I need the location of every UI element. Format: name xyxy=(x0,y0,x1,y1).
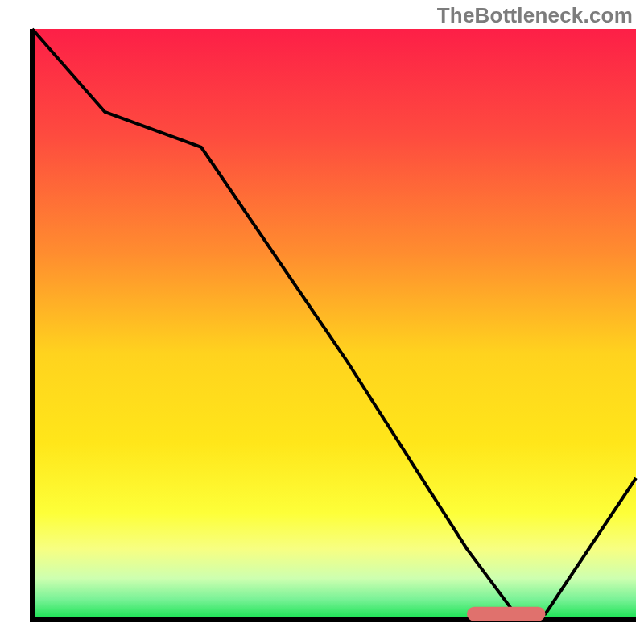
optimal-band-marker xyxy=(467,607,546,621)
bottleneck-chart xyxy=(0,0,644,644)
watermark-text: TheBottleneck.com xyxy=(437,3,633,28)
chart-stage: TheBottleneck.com xyxy=(0,0,644,644)
